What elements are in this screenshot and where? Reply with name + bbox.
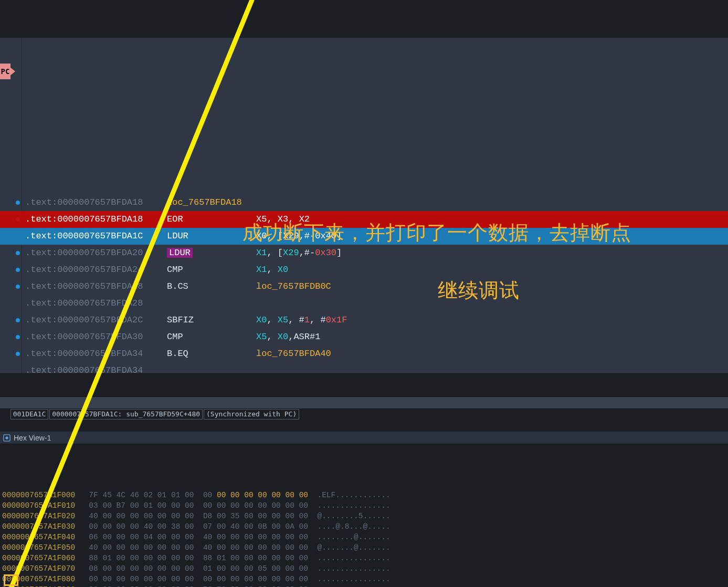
operand-punct: , — [267, 315, 277, 325]
hex-row[interactable]: 0000007657A1F080 00 00 00 00 00 00 00 00… — [2, 574, 728, 584]
breakpoint-dot[interactable] — [16, 335, 20, 339]
svg-point-1 — [5, 436, 8, 439]
disasm-row[interactable]: .text:0000007657BFDA2CSBFIZX0, X5, #1, #… — [0, 312, 728, 329]
operand-reg: X0 — [278, 332, 288, 342]
operand-punct: , [ — [267, 248, 283, 258]
mnemonic: B.EQ — [167, 349, 188, 359]
address: .text:0000007657BFDA1C — [25, 231, 143, 241]
hex-icon — [3, 434, 10, 442]
hex-bytes: 00 00 00 00 00 00 00 00 — [89, 575, 194, 583]
disasm-row[interactable]: .text:0000007657BFDA1CLDURX0, [X29,#-0x4… — [0, 228, 728, 245]
operand-reg: X29 — [283, 248, 299, 258]
hex-row[interactable]: 0000007657A1F000 7F 45 4C 46 02 01 01 00… — [2, 490, 728, 500]
hex-bytes: 06 00 00 00 04 00 00 00 — [89, 533, 194, 541]
operand-punct: ] — [336, 248, 342, 258]
operand-reg: X29 — [283, 231, 299, 241]
hex-ascii: @........5...... — [317, 512, 390, 520]
disasm-row[interactable]: .text:0000007657BFDA28B.CSloc_7657BFDB0C — [0, 278, 728, 295]
hex-bytes: 40 00 00 00 00 00 00 00 — [89, 543, 194, 552]
address: .text:0000007657BFDA28 — [25, 281, 143, 291]
hex-ascii: @.......@....... — [317, 543, 390, 552]
disasm-row[interactable]: .text:0000007657BFDA34B.EQloc_7657BFDA40 — [0, 345, 728, 362]
operand-punct: , — [267, 332, 277, 342]
hex-row[interactable]: 0000007657A1F090 00 00 00 00 00 00 00 00… — [2, 584, 728, 587]
operand-off: 1 — [304, 315, 310, 325]
hex-ascii: .ELF............ — [317, 491, 390, 499]
operand-punct: ,ASR#1 — [288, 332, 320, 342]
status-sync: (Synchronized with PC) — [204, 409, 299, 420]
hex-row[interactable]: 0000007657A1F030 00 00 00 00 40 00 38 00… — [2, 521, 728, 532]
operand-reg: X2 — [299, 214, 310, 224]
operand-punct: ,#- — [299, 231, 315, 241]
disasm-row[interactable]: .text:0000007657BFDA28 — [0, 295, 728, 312]
hex-row[interactable]: 0000007657A1F060 88 01 00 00 00 00 00 00… — [2, 553, 728, 563]
address: .text:0000007657BFDA30 — [25, 332, 143, 342]
hex-view-header[interactable]: Hex View-1 — [0, 432, 728, 444]
operand-reg: X1 — [256, 265, 267, 275]
address: .text:0000007657BFDA2C — [25, 315, 143, 325]
address: .text:0000007657BFDA28 — [25, 298, 143, 308]
hex-bytes: 40 00 00 00 00 00 00 00 — [89, 512, 194, 520]
disasm-row[interactable]: .text:0000007657BFDA34 — [0, 362, 728, 374]
operand-punct: , — [267, 265, 277, 275]
disasm-row[interactable]: .text:0000007657BFDA18loc_7657BFDA18 — [0, 194, 728, 211]
status-location: 0000007657BFDA1C: sub_7657BFD59C+480 — [49, 409, 203, 420]
mnemonic: CMP — [167, 265, 183, 275]
breakpoint-dot[interactable] — [16, 201, 20, 205]
address: .text:0000007657BFDA18 — [25, 197, 143, 207]
hex-ascii: ................ — [317, 501, 390, 510]
breakpoint-dot[interactable] — [16, 352, 20, 356]
hex-ascii: ................ — [317, 564, 390, 573]
disasm-row[interactable]: .text:0000007657BFDA18EORX5, X3, X2 — [0, 211, 728, 228]
operand-punct: , [ — [267, 231, 283, 241]
address: .text:0000007657BFDA34 — [25, 349, 143, 359]
operand-call: loc_7657BFDA40 — [256, 349, 331, 359]
operand-off: 0x30 — [315, 248, 336, 258]
hex-ascii: ................ — [317, 554, 390, 562]
hex-address: 0000007657A1F070 — [2, 564, 75, 573]
hex-address: 0000007657A1F000 — [2, 491, 75, 499]
mnemonic: LDUR — [167, 231, 188, 241]
hex-row[interactable]: 0000007657A1F010 03 00 B7 00 01 00 00 00… — [2, 500, 728, 511]
address: .text:0000007657BFDA24 — [25, 265, 143, 275]
mnemonic: CMP — [167, 332, 183, 342]
breakpoint-dot[interactable] — [16, 251, 20, 255]
hex-address: 0000007657A1F030 — [2, 522, 75, 531]
hex-row[interactable]: 0000007657A1F050 40 00 00 00 00 00 00 00… — [2, 542, 728, 553]
operand-punct: , # — [310, 315, 326, 325]
disasm-row[interactable]: .text:0000007657BFDA24CMPX1, X0 — [0, 261, 728, 278]
operand-reg: X3 — [278, 214, 288, 224]
breakpoint-dot[interactable] — [16, 268, 20, 272]
operand-punct: ] — [336, 231, 342, 241]
breakpoint-dot[interactable] — [16, 285, 20, 289]
hex-address: 0000007657A1F080 — [2, 575, 75, 583]
hex-ascii: ................ — [317, 575, 390, 583]
hex-view[interactable]: 0000007657A1F000 7F 45 4C 46 02 01 01 00… — [0, 467, 728, 587]
breakpoint-dot[interactable] — [16, 217, 20, 222]
operand-punct: , # — [288, 315, 304, 325]
label: loc_7657BFDA18 — [167, 197, 242, 207]
breakpoint-dot[interactable] — [16, 318, 20, 322]
hex-row[interactable]: 0000007657A1F070 08 00 00 00 00 00 00 00… — [2, 563, 728, 574]
operand-punct: , — [267, 214, 277, 224]
hex-bytes: 88 01 00 00 00 00 00 00 — [89, 554, 194, 562]
disasm-status-bar: 001DEA1C0000007657BFDA1C: sub_7657BFD59C… — [0, 396, 728, 409]
operand-reg: X5 — [256, 332, 267, 342]
hex-row[interactable]: 0000007657A1F020 40 00 00 00 00 00 00 00… — [2, 511, 728, 521]
hex-address: 0000007657A1F040 — [2, 533, 75, 541]
disasm-row[interactable]: .text:0000007657BFDA30CMPX5, X0,ASR#1 — [0, 329, 728, 345]
hex-view-title: Hex View-1 — [14, 432, 51, 444]
disassembly-pane[interactable]: PC ; CODE XREF: sub_7657BFD59C+474↑j .te… — [0, 38, 728, 374]
status-offset: 001DEA1C — [10, 409, 49, 420]
pc-indicator: PC — [0, 64, 10, 79]
address: .text:0000007657BFDA20 — [25, 248, 143, 258]
hex-address: 0000007657A1F010 — [2, 501, 75, 510]
operand-reg: X0 — [256, 231, 267, 241]
disasm-row[interactable]: .text:0000007657BFDA20LDURX1, [X29,#-0x3… — [0, 245, 728, 261]
address: .text:0000007657BFDA18 — [25, 214, 143, 224]
hex-row[interactable]: 0000007657A1F040 06 00 00 00 04 00 00 00… — [2, 532, 728, 542]
address: .text:0000007657BFDA34 — [25, 365, 143, 374]
operand-reg: X1 — [256, 248, 267, 258]
hex-bytes: 00 00 00 00 40 00 38 00 — [89, 522, 194, 531]
hex-address: 0000007657A1F050 — [2, 543, 75, 552]
